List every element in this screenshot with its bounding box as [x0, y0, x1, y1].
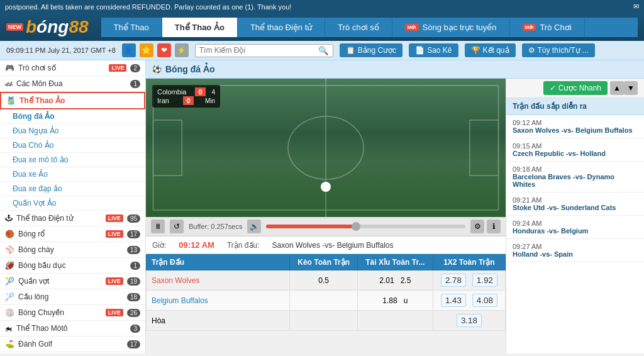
- sidebar-item-cau-long[interactable]: 🏸 Cầu lông 18: [0, 289, 145, 305]
- volume-button[interactable]: 🔊: [247, 220, 261, 233]
- progress-bar[interactable]: [266, 225, 465, 228]
- the-thao-dien-tu-icon: 🕹: [5, 214, 13, 223]
- refresh-button[interactable]: ↺: [170, 220, 184, 233]
- bong-chuyen-live: LIVE: [106, 309, 123, 316]
- odds-btn-belgium-x2[interactable]: 1.43: [441, 294, 466, 307]
- sidebar-sub-dua-xe-mo-to-ao[interactable]: Đua xe mô tô ảo: [0, 153, 145, 167]
- sidebar-item-bong-chuyen-label: Bóng Chuyền: [18, 308, 102, 317]
- odds-btn-belgium-ket[interactable]: 4.08: [472, 294, 497, 307]
- sidebar-item-quan-vot[interactable]: 🎾 Quần vợt LIVE 19: [0, 274, 145, 289]
- team-belgium-buffalos[interactable]: Belgium Buffalos: [152, 296, 208, 305]
- sidebar-item-the-thao-ao[interactable]: 🎽 Thể Thao Ảo: [0, 92, 145, 109]
- sidebar-item-the-thao-moto[interactable]: 🏍 Thể Thao Mótô 3: [0, 321, 145, 337]
- icon-user[interactable]: 👤: [122, 43, 136, 57]
- quick-bet-button[interactable]: ✓ Cược Nhanh: [543, 81, 608, 95]
- bong-chay-count: 13: [127, 246, 140, 254]
- upcoming-teams-2: Barcelona Braves -vs- Dynamo Whites: [513, 173, 638, 188]
- tab-the-thao-dien-tu-label: Thể thao Điện tử: [250, 23, 312, 32]
- info-button[interactable]: ℹ: [487, 220, 501, 233]
- upcoming-time-1: 09:15 AM: [513, 142, 638, 150]
- icon-star[interactable]: ⭐: [140, 43, 153, 57]
- upcoming-match-5[interactable]: 09:27 AM Holland -vs- Spain: [506, 239, 644, 262]
- search-box[interactable]: 🔍: [195, 44, 333, 57]
- quan-vot-icon: 🎾: [5, 277, 14, 286]
- volume-icon: 🔊: [250, 222, 259, 231]
- search-input[interactable]: [199, 46, 318, 55]
- right-panel-header: Trận đấu sắp diễn ra: [506, 98, 644, 115]
- tab-the-thao-dien-tu[interactable]: Thể thao Điện tử: [238, 18, 325, 37]
- cau-long-icon: 🏸: [5, 292, 14, 301]
- upcoming-time-4: 09:24 AM: [513, 220, 638, 227]
- sidebar-item-bong-ro[interactable]: 🏀 Bóng rổ LIVE 17: [0, 226, 145, 242]
- odds-btn-saxon-x2[interactable]: 2.78: [441, 274, 466, 287]
- nav-tabs: Thể Thao Thể Thao Ảo Thể thao Điện tử Tr…: [101, 18, 638, 37]
- sidebar-item-danh-golf[interactable]: ⛳ Đánh Golf 17: [0, 337, 145, 352]
- cau-long-count: 18: [127, 293, 140, 301]
- sort-down-button[interactable]: ▼: [624, 81, 638, 95]
- play-pause-button[interactable]: ⏸: [151, 220, 165, 233]
- score-row-team2: Iran 0 Min: [157, 96, 215, 105]
- upcoming-match-1[interactable]: 09:15 AM Czech Republic -vs- Holland: [506, 138, 644, 162]
- tuy-thich-button[interactable]: ⚙ Tùy thích/Tự ...: [522, 43, 595, 57]
- tro-choi-badge: Mới: [523, 24, 536, 31]
- bong-chay-icon: ⚾: [5, 245, 14, 254]
- sao-ke-button[interactable]: 📄 Sao Kê: [409, 43, 458, 57]
- tab-the-thao-ao[interactable]: Thể Thao Ảo: [162, 18, 238, 37]
- odds-btn-saxon-ket[interactable]: 1.92: [472, 274, 497, 287]
- ket-qua-label: Kết quả: [483, 46, 509, 55]
- icon-bolt[interactable]: ⚡: [175, 43, 189, 57]
- tab-song-bac[interactable]: Mới Sòng bạc trực tuyến: [392, 18, 510, 37]
- tab-tro-choi-so[interactable]: Trò chơi số: [325, 18, 392, 37]
- tuy-thich-icon: ⚙: [528, 46, 535, 55]
- odds-btn-hoa-ket[interactable]: 3.18: [457, 314, 482, 327]
- sidebar-sub-quan-vot-ao[interactable]: Quần Vợt Ảo: [0, 196, 145, 211]
- sort-up-button[interactable]: ▲: [610, 81, 624, 95]
- dua-cho-ao-label: Đua Chó Ảo: [13, 141, 53, 150]
- settings-button[interactable]: ⚙: [470, 220, 484, 233]
- section-icon: ⚽: [152, 65, 162, 74]
- sidebar-sub-dua-xe-ao[interactable]: Đua xe Ảo: [0, 167, 145, 182]
- sidebar-item-ban-cau[interactable]: 🎱 Bàn Cầu 10: [0, 352, 145, 353]
- progress-thumb: [352, 222, 360, 231]
- sidebar-item-bong-chay[interactable]: ⚾ Bóng chày 13: [0, 242, 145, 258]
- tuy-thich-label: Tùy thích/Tự ...: [538, 46, 589, 55]
- logo-text: bóng88: [26, 17, 89, 37]
- upcoming-time-0: 09:12 AM: [513, 119, 638, 126]
- sidebar-item-bong-chuyen[interactable]: 🏐 Bóng Chuyền LIVE 26: [0, 305, 145, 321]
- sidebar-sub-bong-da-ao[interactable]: Bóng đá Ảo: [0, 109, 145, 124]
- cac-mon-dua-count: 1: [130, 80, 140, 88]
- table-row: Belgium Buffalos 1.88 u 1.43: [147, 291, 506, 311]
- keo-belgium: [290, 291, 358, 311]
- sao-ke-label: Sao Kê: [427, 46, 452, 55]
- upcoming-match-4[interactable]: 09:24 AM Honduras -vs- Belgium: [506, 216, 644, 239]
- upcoming-time-3: 09:21 AM: [513, 196, 638, 204]
- col-1x2: 1X2 Toàn Trận: [433, 255, 505, 270]
- tab-the-thao[interactable]: Thể Thao: [101, 18, 162, 37]
- sidebar-sub-dua-xe-dap-ao[interactable]: Đua xe đạp ảo: [0, 182, 145, 196]
- team-saxon-wolves[interactable]: Saxon Wolves: [152, 276, 199, 285]
- sidebar-item-bong-bau-duc[interactable]: 🏈 Bóng bầu dục 1: [0, 258, 145, 274]
- bet-table: Trận Đấu Kèo Toàn Trận Tài Xỉu Toàn Tr..…: [146, 254, 506, 331]
- content-main: Colombia 0 4 Iran 0 Min: [146, 79, 644, 353]
- 1x2-saxon: 2.78 1.92: [433, 270, 505, 291]
- sidebar-sub-dua-ngua-ao[interactable]: Đua Ngựa Ảo: [0, 124, 145, 138]
- search-button[interactable]: 🔍: [318, 46, 329, 55]
- icon-heart[interactable]: ❤: [157, 43, 171, 57]
- logo: NEW bóng88: [6, 17, 89, 37]
- right-panel: ✓ Cược Nhanh ▲ ▼ Trận đấu sắp diễn ra 09…: [506, 79, 644, 353]
- dua-xe-ao-label: Đua xe Ảo: [13, 170, 48, 179]
- sidebar-item-tro-choi-so[interactable]: 🎮 Trò chơi số LIVE 2: [0, 60, 145, 76]
- bong-bau-duc-icon: 🏈: [5, 261, 14, 270]
- upcoming-match-0[interactable]: 09:12 AM Saxon Wolves -vs- Belgium Buffa…: [506, 115, 644, 138]
- sidebar-sub-dua-cho-ao[interactable]: Đua Chó Ảo: [0, 138, 145, 153]
- bong-chuyen-count: 26: [127, 309, 140, 317]
- sidebar-item-the-thao-dien-tu[interactable]: 🕹 Thể thao Điện tử LIVE 95: [0, 211, 145, 226]
- ket-qua-button[interactable]: 🏆 Kết quả: [465, 43, 516, 57]
- bang-cuoc-button[interactable]: 📋 Bảng Cược: [340, 43, 402, 57]
- tab-tro-choi[interactable]: Mới Trò Chơi: [510, 18, 585, 37]
- upcoming-match-2[interactable]: 09:18 AM Barcelona Braves -vs- Dynamo Wh…: [506, 162, 644, 192]
- sidebar-item-cac-mon-dua[interactable]: 🏎 Các Môn Đua 1: [0, 76, 145, 92]
- upcoming-match-3[interactable]: 09:21 AM Stoke Utd -vs- Sunderland Cats: [506, 192, 644, 216]
- quick-bet-label: ✓ Cược Nhanh: [550, 84, 601, 92]
- tro-choi-so-live: LIVE: [109, 64, 126, 72]
